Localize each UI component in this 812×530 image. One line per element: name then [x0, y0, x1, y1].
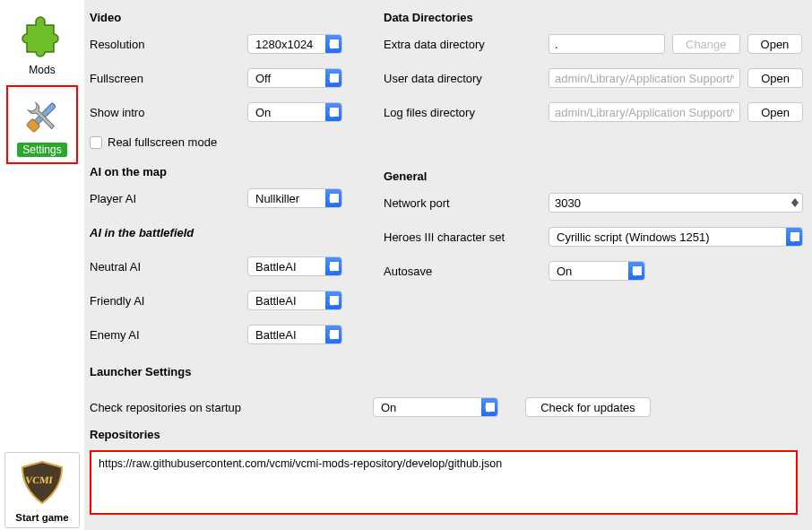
enemy-ai-select[interactable]: BattleAI — [247, 325, 342, 344]
puzzle-icon — [15, 13, 69, 61]
user-dir-label: User data directory — [384, 72, 549, 85]
sidebar-item-start-game[interactable]: VCMI Start game — [4, 452, 80, 528]
port-label: Network port — [384, 196, 549, 210]
shield-icon: VCMI — [15, 456, 69, 508]
tools-icon — [15, 92, 69, 141]
launcher-heading: Launcher Settings — [90, 365, 358, 378]
general-heading: General — [384, 169, 803, 183]
sidebar-item-label: Mods — [29, 64, 55, 76]
video-heading: Video — [90, 11, 358, 24]
autosave-label: Autosave — [384, 265, 549, 278]
open-extra-button[interactable]: Open — [747, 34, 803, 54]
open-log-button[interactable]: Open — [747, 102, 803, 122]
repos-heading: Repositories — [90, 428, 798, 441]
real-fullscreen-label: Real fullscreen mode — [108, 135, 217, 149]
check-repo-select[interactable]: On — [373, 397, 498, 417]
charset-select[interactable]: Cyrillic script (Windows 1251) — [549, 227, 803, 247]
check-updates-button[interactable]: Check for updates — [525, 397, 651, 417]
log-dir-input — [549, 102, 740, 122]
port-input[interactable] — [549, 193, 803, 213]
ai-map-heading: AI on the map — [90, 165, 358, 178]
friendly-ai-select[interactable]: BattleAI — [247, 291, 342, 310]
log-dir-label: Log files directory — [384, 106, 549, 119]
neutral-ai-label: Neutral AI — [90, 260, 247, 274]
show-intro-select[interactable]: On — [247, 102, 342, 122]
user-dir-input — [549, 68, 740, 88]
neutral-ai-select[interactable]: BattleAI — [247, 256, 342, 276]
fullscreen-select[interactable]: Off — [247, 68, 342, 88]
real-fullscreen-checkbox[interactable] — [90, 136, 102, 149]
player-ai-label: Player AI — [90, 192, 247, 205]
data-dirs-heading: Data Directories — [384, 11, 803, 24]
autosave-select[interactable]: On — [549, 261, 645, 281]
resolution-select[interactable]: 1280x1024 — [247, 34, 342, 54]
friendly-ai-label: Friendly AI — [90, 294, 247, 308]
sidebar-item-label: Start game — [15, 512, 68, 523]
svg-text:VCMI: VCMI — [25, 474, 54, 485]
fullscreen-label: Fullscreen — [90, 72, 247, 85]
extra-dir-input[interactable] — [549, 34, 665, 54]
extra-dir-label: Extra data directory — [384, 38, 549, 51]
sidebar: Mods Settings — [0, 0, 84, 530]
check-repo-label: Check repositories on startup — [90, 401, 373, 414]
open-user-button[interactable]: Open — [747, 68, 803, 88]
port-stepper[interactable] — [789, 193, 801, 213]
charset-label: Heroes III character set — [384, 230, 549, 244]
sidebar-item-mods[interactable]: Mods — [6, 5, 78, 83]
enemy-ai-label: Enemy AI — [90, 328, 247, 342]
ai-battlefield-heading: AI in the battlefield — [90, 226, 247, 239]
sidebar-item-settings[interactable]: Settings — [6, 85, 78, 164]
resolution-label: Resolution — [90, 38, 247, 51]
repo-entry: https://raw.githubusercontent.com/vcmi/v… — [99, 457, 502, 470]
player-ai-select[interactable]: Nullkiller — [247, 188, 342, 208]
sidebar-item-label: Settings — [17, 143, 66, 157]
repos-textarea[interactable]: https://raw.githubusercontent.com/vcmi/v… — [90, 450, 798, 515]
show-intro-label: Show intro — [90, 106, 247, 119]
change-button: Change — [672, 34, 740, 54]
